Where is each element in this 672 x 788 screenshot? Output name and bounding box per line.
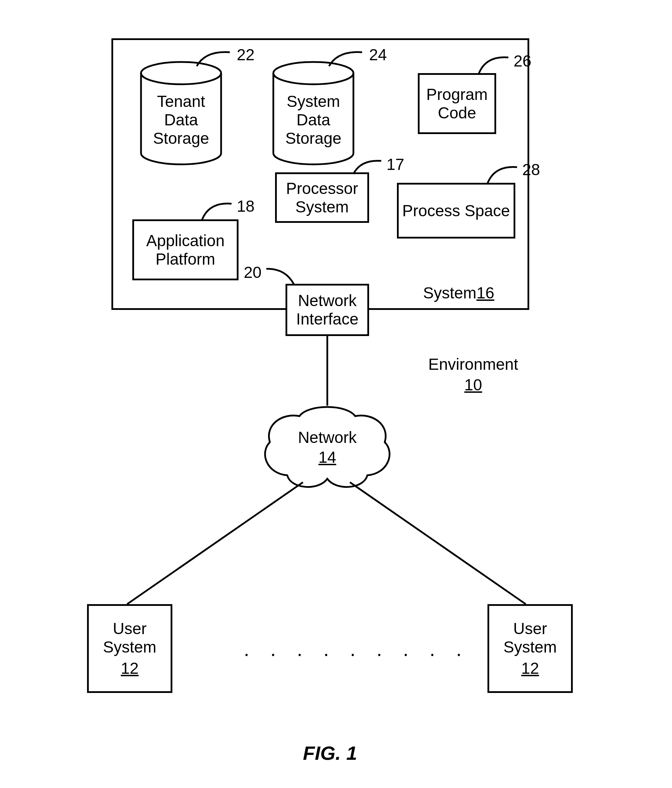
network-interface-lead (265, 265, 296, 287)
svg-line-3 (127, 482, 303, 604)
user-system-left-line2: System (103, 638, 156, 656)
program-code-ref: 26 (513, 52, 531, 70)
environment-label-wrap: Environment 10 (428, 355, 518, 394)
program-code-line2: Code (438, 104, 476, 122)
network-cloud: Network 14 (258, 400, 397, 492)
processor-system-box: Processor System (275, 172, 369, 223)
user-system-left-ref: 12 (121, 659, 138, 678)
svg-line-4 (350, 482, 526, 604)
application-platform-line2: Platform (156, 250, 215, 268)
system-storage-ref: 24 (369, 45, 387, 64)
network-interface-box: Network Interface (286, 284, 369, 336)
page: System16 Tenant Data Storage 22 System D… (0, 0, 672, 788)
environment-ref: 10 (428, 376, 518, 394)
process-space-label: Process Space (402, 202, 510, 220)
network-interface-line2: Interface (296, 310, 359, 328)
user-system-right-ref: 12 (521, 659, 539, 678)
network-interface-ref: 20 (244, 263, 262, 282)
network-interface-line1: Network (298, 291, 357, 310)
tenant-storage-cylinder: Tenant Data Storage (139, 61, 223, 165)
processor-system-ref: 17 (386, 155, 404, 174)
user-system-right-box: User System 12 (488, 604, 573, 693)
tenant-storage-lead (195, 47, 233, 68)
processor-system-lead (352, 157, 385, 178)
user-system-left-line1: User (113, 620, 146, 638)
application-platform-ref: 18 (237, 197, 254, 216)
line-ni-to-network (326, 336, 329, 406)
system16-label-wrap: System16 (423, 284, 494, 302)
system-storage-cylinder: System Data Storage (272, 61, 355, 165)
system-storage-lead (327, 47, 365, 68)
user-system-right-line2: System (504, 638, 557, 656)
program-code-lead (477, 52, 512, 76)
process-space-box: Process Space (397, 183, 515, 238)
tenant-storage-line3: Storage (153, 129, 209, 148)
processor-system-line2: System (295, 198, 348, 216)
system-storage-line3: Storage (285, 129, 341, 148)
processor-system-line1: Processor (286, 180, 358, 198)
line-cloud-to-left-user (126, 481, 307, 606)
application-platform-line1: Application (146, 232, 225, 250)
network-ref: 14 (318, 448, 336, 467)
system-storage-line2: Data (296, 111, 330, 129)
figure-caption: FIG. 1 (303, 742, 357, 764)
ellipsis: . . . . . . . . . (244, 637, 469, 661)
tenant-storage-ref: 22 (237, 45, 254, 64)
environment-label: Environment (428, 355, 518, 373)
process-space-lead (486, 162, 521, 186)
network-label: Network (298, 428, 357, 447)
system-storage-line1: System (286, 92, 340, 111)
system16-label: System (423, 284, 476, 302)
program-code-line1: Program (426, 85, 488, 104)
tenant-storage-line1: Tenant (157, 92, 205, 111)
application-platform-lead (200, 199, 235, 223)
line-cloud-to-right-user (348, 481, 529, 606)
user-system-right-line1: User (513, 620, 547, 638)
process-space-ref: 28 (522, 160, 540, 179)
program-code-box: Program Code (418, 73, 496, 134)
application-platform-box: Application Platform (132, 219, 238, 280)
user-system-left-box: User System 12 (87, 604, 172, 693)
tenant-storage-line2: Data (164, 111, 198, 129)
system16-ref: 16 (476, 284, 494, 302)
